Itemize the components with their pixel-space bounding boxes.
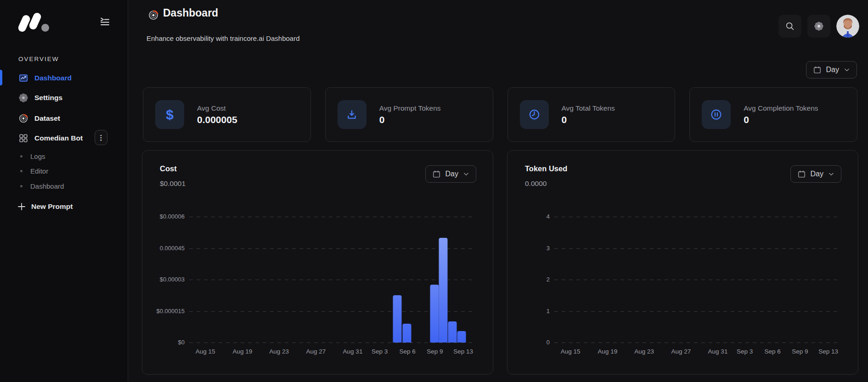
page-subtitle: Enhance observability with traincore.ai …	[147, 34, 300, 42]
chart-bar-sep-5	[393, 295, 402, 343]
download-icon	[338, 100, 366, 129]
comedian-bot-menu-button[interactable]: ⋮	[95, 130, 107, 145]
x-tick-label: Sep 6	[399, 348, 415, 355]
y-grid-line	[189, 343, 473, 343]
token-used-bar-chart: 43210Aug 15Aug 19Aug 23Aug 27Aug 31Sep 3…	[554, 217, 838, 343]
x-tick-label: Aug 15	[561, 348, 581, 355]
y-tick-label: 4	[547, 213, 550, 220]
sidebar-subitem-label: Logs	[30, 152, 45, 160]
sidebar-section-label: OVERVIEW	[18, 56, 59, 62]
x-tick-label: Sep 3	[737, 348, 753, 355]
stat-label: Avg Total Tokens	[562, 104, 615, 112]
stat-label: Avg Prompt Tokens	[379, 104, 441, 112]
cost-period-dropdown[interactable]: Day	[425, 165, 476, 183]
sidebar-item-comedian-bot[interactable]: Comedian Bot	[18, 132, 83, 144]
chart-title: Token Used	[525, 164, 567, 173]
sidebar-subitem-logs[interactable]: Logs	[20, 152, 45, 161]
grid-icon	[18, 133, 28, 143]
app-logo	[17, 12, 50, 33]
sidebar-subitem-editor[interactable]: Editor	[20, 166, 48, 175]
calendar-icon	[432, 170, 441, 179]
y-grid-line	[189, 217, 473, 217]
y-tick-label: $0.00003	[160, 276, 185, 283]
x-tick-label: Aug 19	[598, 348, 618, 355]
stat-value: 0	[562, 114, 615, 125]
chart-bar-sep-10	[439, 238, 448, 343]
bullet-dot-icon	[20, 170, 23, 172]
sidebar-item-label: Dataset	[34, 114, 60, 123]
chart-bar-sep-11	[448, 321, 457, 343]
y-tick-label: $0.000015	[157, 308, 185, 315]
y-grid-line	[554, 280, 838, 280]
sidebar-collapse-button[interactable]	[98, 15, 111, 28]
stat-value: 0	[744, 114, 818, 125]
period-selector-row: Day	[806, 61, 857, 79]
period-dropdown[interactable]: Day	[806, 61, 857, 79]
kebab-icon: ⋮	[98, 134, 105, 142]
calendar-icon	[813, 66, 822, 74]
sidebar-item-settings[interactable]: Settings	[18, 92, 62, 104]
plus-icon	[17, 202, 26, 211]
gear-flower-icon	[18, 93, 28, 103]
cost-bar-chart: $0.000060.000045$0.00003$0.000015$0Aug 1…	[189, 217, 473, 343]
y-grid-line	[554, 217, 838, 217]
y-tick-label: 2	[547, 276, 550, 283]
stat-card-avg-completion-tokens: Avg Completion Tokens 0	[689, 87, 857, 142]
period-value: Day	[445, 170, 458, 178]
y-tick-label: 0	[547, 339, 550, 346]
y-grid-line	[189, 248, 473, 249]
x-tick-label: Aug 27	[671, 348, 691, 355]
sidebar-item-dataset[interactable]: Dataset	[18, 112, 60, 124]
logo-bar	[28, 11, 42, 31]
stats-row: $ Avg Cost 0.000005 Avg Prompt Tokens 0	[143, 87, 857, 142]
x-tick-label: Aug 19	[233, 348, 253, 355]
x-tick-label: Aug 23	[634, 348, 654, 355]
x-tick-label: Aug 31	[708, 348, 728, 355]
y-grid-line	[189, 280, 473, 280]
user-avatar[interactable]	[836, 15, 859, 38]
clock-icon	[520, 100, 549, 129]
token-used-chart-card: Token Used 0.0000 Day	[507, 150, 858, 375]
chart-total-value: $0.0001	[160, 180, 186, 188]
chart-bar-sep-12	[457, 331, 466, 343]
stat-value: 0.000005	[197, 114, 237, 125]
stat-card-avg-prompt-tokens: Avg Prompt Tokens 0	[325, 87, 493, 142]
sidebar-item-label: Settings	[34, 94, 62, 102]
y-tick-label: 3	[547, 245, 550, 252]
period-value: Day	[826, 66, 839, 74]
stat-label: Avg Cost	[197, 104, 237, 112]
sidebar-subitem-label: Editor	[30, 167, 48, 175]
token-period-dropdown[interactable]: Day	[790, 165, 841, 183]
line-chart-icon	[18, 73, 28, 83]
sidebar-item-label: Dashboard	[34, 74, 72, 82]
new-prompt-button[interactable]: New Prompt	[17, 201, 73, 212]
header-actions	[778, 15, 859, 38]
x-tick-label: Sep 13	[818, 348, 838, 355]
settings-button[interactable]	[807, 15, 830, 38]
y-tick-label: $0.00006	[160, 213, 185, 220]
period-value: Day	[811, 170, 823, 178]
y-tick-label: $0	[178, 339, 185, 346]
y-grid-line	[554, 248, 838, 249]
cost-chart-card: Cost $0.0001 Day $0.	[142, 150, 493, 375]
x-tick-label: Aug 23	[269, 348, 289, 355]
collapse-sidebar-icon	[99, 16, 110, 27]
sidebar-subitem-dashboard[interactable]: Dashboard	[20, 181, 64, 191]
chart-bar-sep-9	[430, 285, 439, 343]
x-tick-label: Sep 13	[453, 348, 473, 355]
chart-title: Cost	[160, 164, 177, 173]
pause-circle-icon	[702, 100, 731, 129]
sidebar-item-label: Comedian Bot	[34, 134, 83, 142]
chevron-down-icon	[828, 171, 834, 177]
bullet-dot-icon	[20, 155, 23, 157]
sidebar-subitem-label: Dashboard	[30, 182, 64, 190]
sidebar-item-dashboard[interactable]: Dashboard	[18, 72, 72, 84]
y-tick-label: 1	[547, 308, 550, 315]
chevron-down-icon	[844, 67, 850, 73]
new-prompt-label: New Prompt	[31, 202, 73, 211]
calendar-icon	[797, 170, 806, 179]
dashboard-page: OVERVIEW Dashboard Settings	[0, 0, 868, 382]
x-tick-label: Sep 3	[372, 348, 388, 355]
search-button[interactable]	[778, 15, 801, 38]
x-tick-label: Sep 6	[764, 348, 780, 355]
